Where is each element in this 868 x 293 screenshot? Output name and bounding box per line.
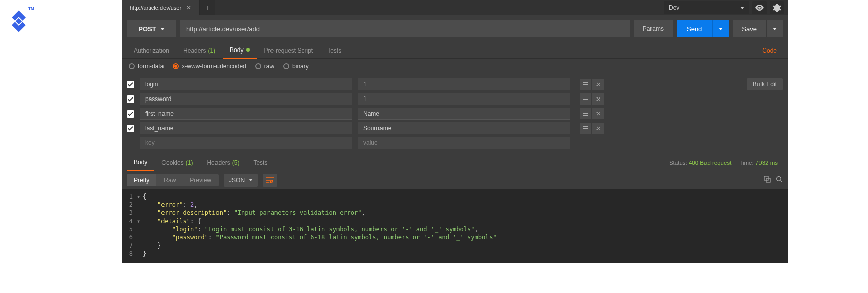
radio-label: x-www-form-urlencoded bbox=[182, 63, 246, 70]
method-select[interactable]: POST bbox=[127, 20, 176, 37]
view-mode-group: Pretty Raw Preview bbox=[127, 174, 219, 186]
request-tabs-area: http://article.dev/user ✕ + bbox=[122, 0, 664, 15]
brand-logo bbox=[9, 10, 28, 39]
kv-value-input[interactable] bbox=[358, 78, 570, 90]
drag-handle[interactable] bbox=[580, 123, 591, 134]
chevron-down-icon bbox=[740, 7, 744, 9]
env-preview-button[interactable] bbox=[752, 1, 767, 14]
close-icon[interactable]: ✕ bbox=[186, 4, 191, 11]
tab-body[interactable]: Body bbox=[223, 42, 257, 59]
trademark-text: TM bbox=[28, 6, 34, 11]
resp-headers-count: (5) bbox=[232, 159, 240, 166]
kv-key-input[interactable] bbox=[140, 122, 352, 134]
resp-tab-headers[interactable]: Headers (5) bbox=[200, 154, 246, 171]
row-actions: ✕ bbox=[580, 79, 604, 90]
row-actions: ✕ bbox=[580, 93, 604, 105]
topbar: http://article.dev/user ✕ + Dev bbox=[122, 0, 788, 15]
drag-handle[interactable] bbox=[580, 79, 591, 90]
wrap-icon bbox=[266, 177, 274, 183]
format-label: JSON bbox=[229, 177, 245, 184]
kv-key-input[interactable] bbox=[140, 78, 352, 90]
search-icon bbox=[776, 176, 783, 183]
kv-value-input[interactable] bbox=[358, 108, 570, 120]
delete-row[interactable]: ✕ bbox=[592, 108, 604, 119]
view-preview[interactable]: Preview bbox=[183, 174, 219, 186]
response-meta: Status: 400 Bad request Time: 7932 ms bbox=[669, 160, 783, 166]
toolbar-right bbox=[764, 176, 783, 184]
tab-headers-label: Headers bbox=[183, 47, 206, 54]
environment-select[interactable]: Dev bbox=[664, 1, 749, 14]
request-tab-title: http://article.dev/user bbox=[130, 5, 181, 11]
body-indicator bbox=[246, 48, 250, 52]
copy-icon bbox=[764, 176, 771, 183]
copy-button[interactable] bbox=[764, 176, 771, 184]
tab-body-label: Body bbox=[230, 46, 243, 54]
response-toolbar: Pretty Raw Preview JSON bbox=[122, 171, 788, 189]
chevron-down-icon bbox=[249, 179, 253, 181]
radio-icon bbox=[173, 63, 179, 69]
format-select[interactable]: JSON bbox=[224, 174, 258, 187]
code-link[interactable]: Code bbox=[762, 47, 783, 54]
response-section: Body Cookies (1) Headers (5) Tests Statu… bbox=[122, 154, 788, 263]
drag-handle[interactable] bbox=[580, 93, 591, 105]
delete-row[interactable]: ✕ bbox=[592, 79, 604, 90]
delete-row[interactable]: ✕ bbox=[592, 93, 604, 105]
save-dropdown[interactable] bbox=[766, 20, 783, 37]
send-dropdown[interactable] bbox=[712, 20, 729, 37]
body-type-options: form-data x-www-form-urlencoded raw bina… bbox=[122, 59, 788, 74]
row-actions: ✕ bbox=[580, 108, 604, 119]
kv-key-input[interactable] bbox=[140, 93, 352, 105]
radio-binary[interactable]: binary bbox=[283, 63, 309, 70]
save-button[interactable]: Save bbox=[733, 20, 783, 37]
send-button[interactable]: Send bbox=[677, 20, 729, 37]
tab-authorization[interactable]: Authorization bbox=[127, 42, 176, 59]
delete-row[interactable]: ✕ bbox=[592, 123, 604, 134]
chevron-down-icon bbox=[773, 28, 777, 30]
resp-tab-body[interactable]: Body bbox=[127, 154, 154, 171]
new-tab-button[interactable]: + bbox=[200, 0, 215, 15]
kv-row-new bbox=[127, 136, 783, 150]
kv-row: ✕Bulk Edit bbox=[127, 77, 783, 91]
svg-point-0 bbox=[758, 7, 761, 9]
kv-value-input[interactable] bbox=[358, 137, 570, 149]
radio-form-data[interactable]: form-data bbox=[129, 63, 164, 70]
bulk-edit-button[interactable]: Bulk Edit bbox=[747, 78, 783, 90]
kv-value-input[interactable] bbox=[358, 122, 570, 134]
response-json[interactable]: 1▾{2 "error": 2,3 "error_description": "… bbox=[122, 189, 788, 263]
resp-cookies-label: Cookies bbox=[161, 159, 183, 166]
settings-button[interactable] bbox=[770, 1, 784, 14]
radio-raw[interactable]: raw bbox=[255, 63, 274, 70]
row-checkbox[interactable] bbox=[127, 125, 134, 132]
gear-icon bbox=[773, 4, 781, 12]
wrap-toggle[interactable] bbox=[263, 174, 277, 187]
drag-handle[interactable] bbox=[580, 108, 591, 119]
svg-point-3 bbox=[777, 177, 781, 181]
view-raw[interactable]: Raw bbox=[156, 174, 183, 186]
kv-row: ✕ bbox=[127, 107, 783, 121]
row-checkbox[interactable] bbox=[127, 110, 134, 118]
row-checkbox[interactable] bbox=[127, 95, 134, 103]
row-checkbox[interactable] bbox=[127, 81, 134, 88]
tab-prerequest[interactable]: Pre-request Script bbox=[257, 42, 320, 59]
time-value: 7932 ms bbox=[755, 160, 778, 166]
kv-key-input[interactable] bbox=[140, 108, 352, 120]
headers-count: (1) bbox=[208, 47, 215, 54]
radio-label: form-data bbox=[138, 63, 164, 70]
save-label: Save bbox=[733, 25, 766, 33]
request-tab[interactable]: http://article.dev/user ✕ bbox=[122, 0, 200, 15]
request-subtabs: Authorization Headers (1) Body Pre-reque… bbox=[122, 42, 788, 59]
view-pretty[interactable]: Pretty bbox=[127, 174, 156, 186]
params-button[interactable]: Params bbox=[634, 20, 673, 37]
resp-tab-cookies[interactable]: Cookies (1) bbox=[154, 154, 200, 171]
kv-key-input[interactable] bbox=[140, 137, 352, 149]
tab-headers[interactable]: Headers (1) bbox=[176, 42, 223, 59]
method-label: POST bbox=[138, 25, 156, 33]
tab-tests[interactable]: Tests bbox=[320, 42, 348, 59]
resp-tab-tests[interactable]: Tests bbox=[246, 154, 275, 171]
radio-urlencoded[interactable]: x-www-form-urlencoded bbox=[173, 63, 246, 70]
status-value: 400 Bad request bbox=[689, 160, 731, 166]
kv-value-input[interactable] bbox=[358, 93, 570, 105]
chevron-down-icon bbox=[719, 28, 723, 30]
url-input[interactable] bbox=[180, 20, 630, 37]
search-button[interactable] bbox=[776, 176, 783, 184]
